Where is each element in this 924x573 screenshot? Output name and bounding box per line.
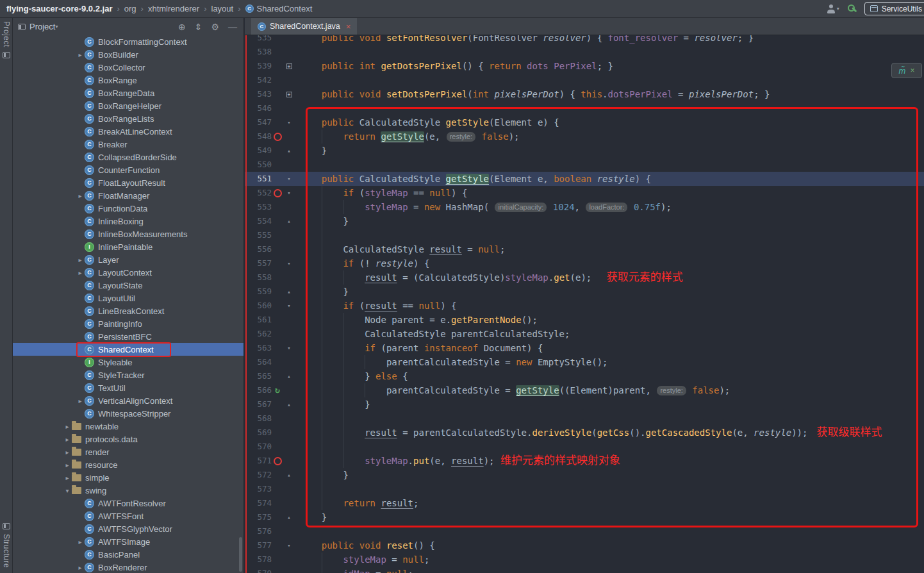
- code-line-555[interactable]: 555: [245, 228, 924, 242]
- code-line-546[interactable]: 546: [245, 101, 924, 115]
- line-number[interactable]: 556: [245, 242, 272, 256]
- tree-item-inlineboxing[interactable]: CInlineBoxing: [13, 215, 243, 228]
- tree-item-newtable[interactable]: ▸newtable: [13, 420, 243, 433]
- red-circle-annotation-icon[interactable]: [272, 189, 283, 197]
- code-line-551[interactable]: 551▾ public CalculatedStyle getStyle(Ele…: [245, 172, 924, 186]
- line-number[interactable]: 546: [245, 101, 272, 115]
- recursive-call-icon[interactable]: ↻: [272, 383, 283, 397]
- line-number[interactable]: 535: [245, 35, 272, 45]
- tree-item-floatmanager[interactable]: ▸CFloatManager: [13, 189, 243, 202]
- line-number[interactable]: 579: [245, 567, 272, 573]
- inspection-widget[interactable]: m̃ ×: [891, 63, 922, 78]
- tree-item-simple[interactable]: ▸simple: [13, 471, 243, 484]
- line-number[interactable]: 561: [245, 313, 272, 327]
- line-number[interactable]: 543: [245, 87, 272, 101]
- line-number[interactable]: 542: [245, 73, 272, 87]
- tree-item-resource[interactable]: ▸resource: [13, 458, 243, 471]
- code-line-549[interactable]: 549▴ }: [245, 144, 924, 158]
- tree-item-blockformattingcontext[interactable]: CBlockFormattingContext: [13, 35, 243, 48]
- fold-up-icon[interactable]: ▴: [283, 214, 295, 228]
- tree-item-paintinginfo[interactable]: CPaintingInfo: [13, 317, 243, 330]
- line-number[interactable]: 559: [245, 285, 272, 299]
- wrench-icon[interactable]: [847, 4, 857, 13]
- tree-item-layoutcontext[interactable]: ▸CLayoutContext: [13, 266, 243, 279]
- fold-up-icon[interactable]: ▴: [283, 369, 295, 383]
- line-number[interactable]: 566: [245, 383, 272, 397]
- fold-down-icon[interactable]: ▾: [283, 115, 295, 129]
- tree-item-counterfunction[interactable]: CCounterFunction: [13, 163, 243, 176]
- tree-item-boxrangedata[interactable]: CBoxRangeData: [13, 87, 243, 99]
- code-line-554[interactable]: 554▴ }: [245, 214, 924, 228]
- project-toolwindow-icon[interactable]: [3, 52, 10, 58]
- fold-down-icon[interactable]: ▾: [283, 256, 295, 270]
- chevron-right-icon[interactable]: ▸: [76, 397, 85, 404]
- fold-up-icon[interactable]: ▴: [283, 397, 295, 411]
- code-line-578[interactable]: 578 styleMap = null;: [245, 552, 924, 567]
- chevron-right-icon[interactable]: ▸: [76, 256, 85, 263]
- tree-item-awtfontresolver[interactable]: CAWTFontResolver: [13, 497, 243, 510]
- tree-item-swing[interactable]: ▾swing: [13, 484, 243, 497]
- code-line-575[interactable]: 575▴ }: [245, 510, 924, 524]
- code-line-569[interactable]: 569 result = parentCalculatedStyle.deriv…: [245, 426, 924, 440]
- code-line-542[interactable]: 542: [245, 73, 924, 87]
- tree-item-boxrangehelper[interactable]: CBoxRangeHelper: [13, 99, 243, 112]
- tree-item-collapsedborderside[interactable]: CCollapsedBorderSide: [13, 151, 243, 163]
- line-number[interactable]: 558: [245, 270, 272, 285]
- fold-down-icon[interactable]: ▾: [283, 172, 295, 186]
- code-line-566[interactable]: 566↻ parentCalculatedStyle = getStyle((E…: [245, 383, 924, 397]
- stripe-structure-label[interactable]: Structure: [2, 534, 11, 568]
- code-line-572[interactable]: 572▴ }: [245, 468, 924, 482]
- code-line-538[interactable]: 538: [245, 45, 924, 59]
- code-line-562[interactable]: 562 CalculatedStyle parentCalculatedStyl…: [245, 327, 924, 341]
- code-line-553[interactable]: 553 styleMap = new HashMap( initialCapac…: [245, 200, 924, 214]
- line-number[interactable]: 550: [245, 158, 272, 172]
- breadcrumb-item-flying-saucer-core-9-0-2-jar[interactable]: flying-saucer-core-9.0.2.jar: [5, 4, 113, 13]
- line-number[interactable]: 549: [245, 144, 272, 158]
- code-line-559[interactable]: 559▴ }: [245, 285, 924, 299]
- tree-item-awtfsfont[interactable]: CAWTFSFont: [13, 510, 243, 522]
- code-line-579[interactable]: 579 idMap = null;: [245, 567, 924, 573]
- fold-up-icon[interactable]: ▴: [283, 468, 295, 482]
- tree-item-styleable[interactable]: IStyleable: [13, 356, 243, 369]
- line-number[interactable]: 554: [245, 214, 272, 228]
- breadcrumb-item-layout[interactable]: layout: [210, 4, 235, 13]
- tree-item-boxrenderer[interactable]: ▸CBoxRenderer: [13, 561, 243, 573]
- line-number[interactable]: 565: [245, 369, 272, 383]
- line-number[interactable]: 573: [245, 482, 272, 496]
- chevron-right-icon[interactable]: ▸: [63, 436, 72, 443]
- code-line-560[interactable]: 560▾ if (result == null) {: [245, 299, 924, 313]
- chevron-right-icon[interactable]: ▸: [63, 474, 72, 481]
- chevron-right-icon[interactable]: ▸: [63, 461, 72, 469]
- line-number[interactable]: 578: [245, 552, 272, 567]
- tree-item-basicpanel[interactable]: CBasicPanel: [13, 548, 243, 561]
- line-number[interactable]: 576: [245, 524, 272, 538]
- tree-item-sharedcontext[interactable]: CSharedContext: [13, 343, 243, 356]
- fold-up-icon[interactable]: ▴: [283, 285, 295, 299]
- service-utils-window-button[interactable]: ServiceUtils: [864, 2, 924, 15]
- tree-item-styletracker[interactable]: CStyleTracker: [13, 369, 243, 381]
- chevron-right-icon[interactable]: ▸: [63, 423, 72, 430]
- code-line-564[interactable]: 564 parentCalculatedStyle = new EmptySty…: [245, 355, 924, 369]
- tree-item-functiondata[interactable]: CFunctionData: [13, 202, 243, 215]
- tree-item-verticalaligncontext[interactable]: ▸CVerticalAlignContext: [13, 394, 243, 407]
- fold-plus-icon[interactable]: +: [283, 59, 295, 73]
- chevron-right-icon[interactable]: ▸: [76, 51, 85, 58]
- code-line-550[interactable]: 550: [245, 158, 924, 172]
- line-number[interactable]: 567: [245, 397, 272, 411]
- tree-item-boxrangelists[interactable]: CBoxRangeLists: [13, 112, 243, 125]
- tree-item-linebreakcontext[interactable]: CLineBreakContext: [13, 304, 243, 317]
- code-line-577[interactable]: 577▾ public void reset() {: [245, 538, 924, 552]
- fold-up-icon[interactable]: ▴: [283, 510, 295, 524]
- code-line-547[interactable]: 547▾ public CalculatedStyle getStyle(Ele…: [245, 115, 924, 129]
- code-line-556[interactable]: 556 CalculatedStyle result = null;: [245, 242, 924, 256]
- tree-item-layoututil[interactable]: CLayoutUtil: [13, 292, 243, 304]
- code-line-570[interactable]: 570: [245, 440, 924, 454]
- code-line-539[interactable]: 539+ public int getDotsPerPixel() { retu…: [245, 59, 924, 73]
- tree-item-layoutstate[interactable]: CLayoutState: [13, 279, 243, 292]
- line-number[interactable]: 562: [245, 327, 272, 341]
- line-number[interactable]: 547: [245, 115, 272, 129]
- stripe-project-label[interactable]: Project: [2, 21, 11, 47]
- code-line-568[interactable]: 568: [245, 411, 924, 426]
- line-number[interactable]: 575: [245, 510, 272, 524]
- chevron-right-icon[interactable]: ▸: [63, 449, 72, 456]
